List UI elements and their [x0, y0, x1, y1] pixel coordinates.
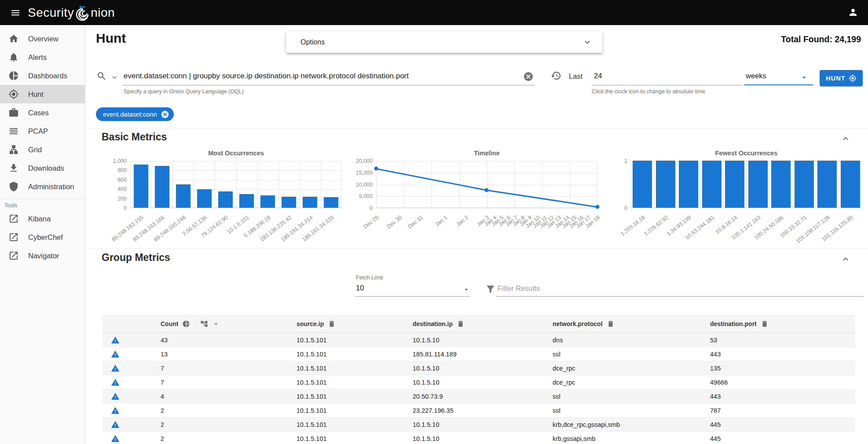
warning-icon[interactable] — [111, 350, 120, 359]
cell-destination_ip[interactable]: 10.1.5.10 — [413, 435, 553, 442]
cell-destination_port[interactable]: 49666 — [710, 379, 855, 386]
time-value-input[interactable]: 24 — [594, 72, 602, 80]
warning-icon[interactable] — [111, 364, 120, 373]
cell-destination_port[interactable]: 787 — [710, 407, 855, 414]
group-by-icon[interactable] — [200, 320, 208, 328]
table-row[interactable]: 210.1.5.10110.1.5.10krb,dce_rpc,gssapi,s… — [103, 417, 855, 431]
cell-network_protocol[interactable]: ssl — [553, 393, 710, 400]
query-input[interactable]: event.dataset:conn | groupby source.ip d… — [124, 72, 409, 81]
sidebar-item-alerts[interactable]: Alerts — [0, 48, 85, 66]
fetch-limit-select[interactable]: 10 — [356, 284, 364, 292]
cell-destination_ip[interactable]: 23.227.196.35 — [413, 407, 553, 414]
cell-destination_ip[interactable]: 10.1.5.10 — [413, 379, 553, 386]
table-row[interactable]: 710.1.5.10110.1.5.10dce_rpc135 — [103, 361, 855, 375]
query-history-caret-icon[interactable] — [110, 73, 119, 82]
collapse-group-metrics-icon[interactable] — [840, 254, 851, 264]
cell-destination_port[interactable]: 53 — [710, 337, 855, 344]
cell-destination_ip[interactable]: 10.1.5.10 — [413, 365, 553, 372]
remove-column-icon[interactable] — [761, 320, 769, 328]
hunt-button[interactable]: HUNT — [820, 70, 863, 86]
menu-icon[interactable] — [6, 3, 25, 22]
cell-count[interactable]: 7 — [161, 379, 297, 386]
table-row[interactable]: 1310.1.5.101185.81.114.189ssl443 — [103, 347, 855, 361]
warning-icon[interactable] — [111, 336, 120, 345]
cell-network_protocol[interactable]: dns — [553, 337, 710, 344]
cell-network_protocol[interactable]: dce_rpc — [553, 365, 710, 372]
cell-destination_port[interactable]: 135 — [710, 365, 855, 372]
cell-network_protocol[interactable]: ssl — [553, 407, 710, 414]
cell-count[interactable]: 2 — [161, 421, 297, 428]
filter-chip[interactable]: event.dataset:conn — [96, 107, 174, 121]
warning-icon[interactable] — [111, 406, 120, 415]
cell-count[interactable]: 2 — [161, 435, 297, 442]
sidebar-item-kibana[interactable]: Kibana — [0, 209, 85, 228]
cell-network_protocol[interactable]: krb,dce_rpc,gssapi,smb — [553, 421, 710, 428]
column-header-network-protocol[interactable]: network.protocol — [553, 320, 710, 328]
warning-icon[interactable] — [111, 434, 120, 443]
filter-results-input[interactable]: Filter Results — [498, 284, 540, 293]
cell-network_protocol[interactable]: dce_rpc — [553, 379, 710, 386]
cell-destination_port[interactable]: 443 — [710, 393, 855, 400]
cell-source_ip[interactable]: 10.1.5.101 — [297, 351, 413, 358]
sidebar-item-hunt[interactable]: Hunt — [0, 85, 85, 103]
chip-remove-icon[interactable] — [161, 110, 169, 119]
sidebar-item-navigator[interactable]: Navigator — [0, 246, 85, 265]
table-row[interactable]: 210.1.5.10110.1.5.10krb,gssapi,smb445 — [103, 431, 855, 444]
fetch-limit-caret-icon[interactable] — [462, 285, 471, 294]
sidebar-item-grid[interactable]: Grid — [0, 140, 85, 159]
cell-source_ip[interactable]: 10.1.5.101 — [297, 407, 413, 414]
cell-source_ip[interactable]: 10.1.5.101 — [297, 435, 413, 442]
cell-count[interactable]: 7 — [161, 365, 297, 372]
table-row[interactable]: 4310.1.5.10110.1.5.10dns53 — [103, 333, 855, 347]
sidebar-item-pcap[interactable]: PCAP — [0, 122, 85, 140]
table-row[interactable]: 210.1.5.10123.227.196.35ssl787 — [103, 403, 855, 417]
sidebar-item-administration[interactable]: Administration — [0, 177, 85, 196]
cell-network_protocol[interactable]: ssl — [553, 351, 710, 358]
warning-icon[interactable] — [111, 420, 120, 429]
clock-history-icon[interactable] — [551, 70, 561, 81]
options-panel[interactable]: Options — [286, 31, 602, 53]
column-header-destination-port[interactable]: destination.port — [710, 320, 855, 328]
sidebar-item-cases[interactable]: Cases — [0, 103, 85, 122]
warning-icon[interactable] — [111, 392, 120, 401]
cell-source_ip[interactable]: 10.1.5.101 — [297, 365, 413, 372]
collapse-basic-metrics-icon[interactable] — [840, 133, 851, 144]
time-unit-caret-icon[interactable] — [800, 73, 809, 82]
cell-destination_ip[interactable]: 185.81.114.189 — [413, 351, 553, 358]
pie-chart-icon[interactable] — [182, 320, 190, 328]
cell-source_ip[interactable]: 10.1.5.101 — [297, 421, 413, 428]
column-header-Count[interactable]: Count — [161, 320, 297, 328]
cell-destination_ip[interactable]: 10.1.5.10 — [413, 421, 553, 428]
table-row[interactable]: 710.1.5.10110.1.5.10dce_rpc49666 — [103, 375, 855, 389]
remove-column-icon[interactable] — [328, 320, 336, 328]
warning-icon[interactable] — [111, 378, 120, 387]
time-unit-select[interactable]: weeks — [746, 72, 766, 80]
user-icon[interactable] — [844, 4, 862, 21]
table-row[interactable]: 410.1.5.10120.50.73.9ssl443 — [103, 389, 855, 403]
sidebar-item-downloads[interactable]: Downloads — [0, 159, 85, 177]
cell-network_protocol[interactable]: krb,gssapi,smb — [553, 435, 710, 442]
sidebar-item-cyberchef[interactable]: CyberChef — [0, 228, 85, 246]
cell-count[interactable]: 2 — [161, 407, 297, 414]
cell-destination_ip[interactable]: 10.1.5.10 — [413, 337, 553, 344]
cell-destination_ip[interactable]: 20.50.73.9 — [413, 393, 553, 400]
cell-source_ip[interactable]: 10.1.5.101 — [297, 337, 413, 344]
cell-count[interactable]: 43 — [161, 337, 297, 344]
column-header-source-ip[interactable]: source.ip — [297, 320, 413, 328]
sidebar-item-overview[interactable]: Overview — [0, 29, 85, 48]
clear-query-icon[interactable] — [523, 71, 534, 82]
sidebar-item-dashboards[interactable]: Dashboards — [0, 66, 85, 85]
cell-destination_port[interactable]: 445 — [710, 435, 855, 442]
cell-source_ip[interactable]: 10.1.5.101 — [297, 393, 413, 400]
cell-destination_port[interactable]: 445 — [710, 421, 855, 428]
remove-column-icon[interactable] — [607, 320, 615, 328]
chevron-down-icon[interactable] — [582, 37, 593, 48]
column-header-destination-ip[interactable]: destination.ip — [413, 320, 553, 328]
cell-source_ip[interactable]: 10.1.5.101 — [297, 379, 413, 386]
cell-count[interactable]: 13 — [161, 351, 297, 358]
cell-destination_port[interactable]: 443 — [710, 351, 855, 358]
caret-down-icon[interactable] — [212, 320, 220, 328]
remove-column-icon[interactable] — [457, 320, 465, 328]
bar — [679, 161, 698, 208]
cell-count[interactable]: 4 — [161, 393, 297, 400]
